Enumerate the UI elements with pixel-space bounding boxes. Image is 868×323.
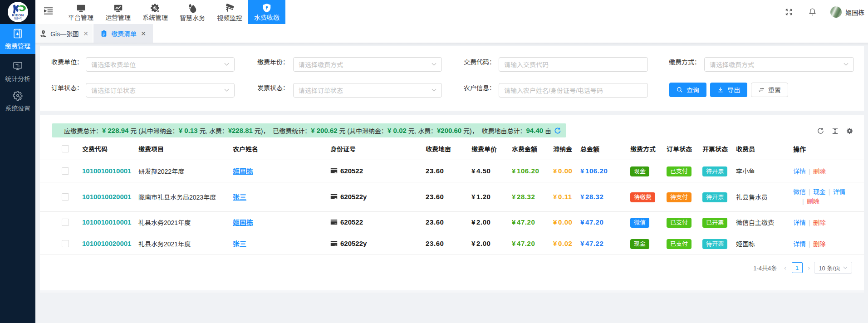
svg-text:瑞盛电气: 瑞盛电气 [14, 17, 22, 20]
svg-text:RIEON: RIEON [12, 13, 24, 17]
